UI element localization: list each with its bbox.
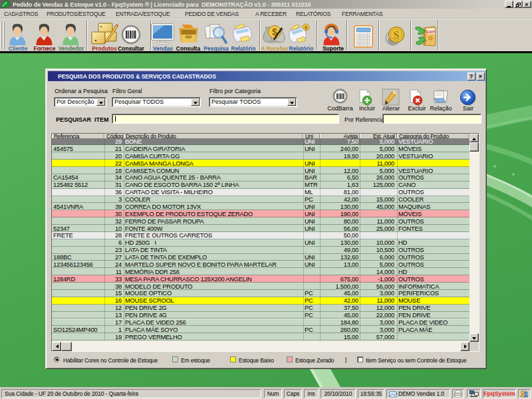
svg-text:S: S [394, 29, 400, 41]
svg-text:EXIT: EXIT [426, 30, 436, 34]
